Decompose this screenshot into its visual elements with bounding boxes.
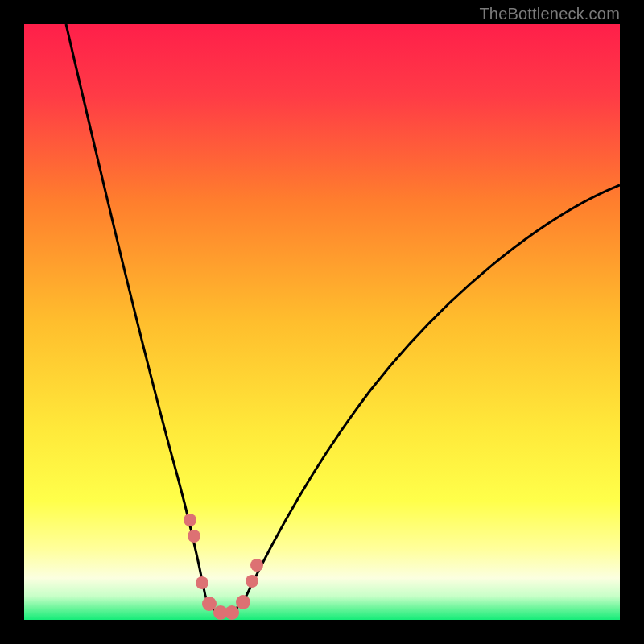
marker-group <box>184 514 263 620</box>
marker-dot <box>250 559 263 572</box>
marker-dot <box>196 576 208 589</box>
marker-dot <box>236 595 250 609</box>
bottleneck-curve-left <box>66 24 205 596</box>
chart-frame: TheBottleneck.com <box>0 0 644 644</box>
bottleneck-curve-right <box>246 185 620 597</box>
marker-dot <box>184 514 196 526</box>
watermark-text: TheBottleneck.com <box>479 5 620 23</box>
marker-dot <box>225 605 239 620</box>
marker-dot <box>246 575 258 588</box>
marker-dot <box>188 530 200 543</box>
marker-dot <box>202 597 217 611</box>
curve-layer <box>24 24 620 620</box>
plot-area <box>24 24 620 620</box>
